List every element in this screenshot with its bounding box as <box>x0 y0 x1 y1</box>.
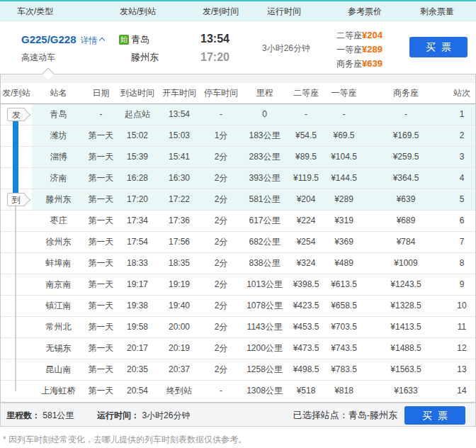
head-seat1: 一等座 <box>324 83 363 103</box>
cell-distance: 1308公里 <box>242 381 288 402</box>
table-row[interactable]: 常州北第一天19:5820:002分1143公里¥453.5¥703.5¥141… <box>1 317 475 338</box>
cell-seat1: ¥489 <box>324 253 363 274</box>
table-row[interactable]: 上海虹桥第一天20:54终到站-1308公里¥518¥818¥163314 <box>1 381 475 402</box>
table-row[interactable]: 镇江南第一天19:3819:402分1078公里¥423.5¥658.5¥132… <box>1 296 475 317</box>
cell-distance: 0 <box>242 104 288 125</box>
panel-top-strip <box>1 74 475 83</box>
table-row[interactable]: 枣庄第一天17:3417:362分617公里¥224¥319¥6896 <box>1 211 475 232</box>
cell-arrive: 15:02 <box>117 125 158 146</box>
cell-station: 无锡东 <box>32 338 85 359</box>
train-type: 高速动车 <box>21 50 104 66</box>
table-row[interactable]: 淄博第一天15:3915:412分283公里¥89.5¥104.5¥259.53 <box>1 147 475 168</box>
cell-station: 徐州东 <box>32 232 85 252</box>
head-dep-arr: 发/到站 <box>1 83 32 103</box>
cell-business: ¥1633 <box>363 381 448 402</box>
cell-seq: 8 <box>448 253 475 274</box>
detail-toggle-link[interactable]: 详情 <box>81 35 104 45</box>
cell-arrive: 20:17 <box>117 338 158 359</box>
cell-arrive: 19:38 <box>117 296 158 316</box>
buy-ticket-button-bottom[interactable]: 买票 <box>404 406 465 425</box>
table-row[interactable]: 滕州东第一天17:2017:222分581公里¥204¥289¥6395 <box>1 189 475 211</box>
cell-arrive: 17:54 <box>117 232 158 252</box>
rail-cell <box>1 253 32 274</box>
disclaimer-note: * 因列车时刻经常变化，去哪儿提供的列车时刻表数据仅供参考。 <box>3 434 246 446</box>
cell-station: 潍坊 <box>32 125 85 146</box>
cell-station: 镇江南 <box>32 296 85 316</box>
cell-date: 第一天 <box>85 359 117 380</box>
cell-depart: 20:00 <box>158 317 200 337</box>
cell-depart: 19:40 <box>158 296 200 316</box>
cell-distance: 1200公里 <box>242 338 288 359</box>
cell-seat2: ¥423.5 <box>288 296 324 316</box>
table-row[interactable]: 南京南第一天19:1719:192分1013公里¥398.5¥613.5¥124… <box>1 274 475 296</box>
mileage-label: 里程数： <box>6 410 40 420</box>
cell-business: ¥1563.5 <box>363 359 448 380</box>
cell-depart: 17:56 <box>158 232 200 252</box>
cell-seat2: ¥254 <box>288 232 324 252</box>
from-station: 青岛 <box>131 34 149 45</box>
table-row[interactable]: 昆山南第一天20:3520:372分1258公里¥498.5¥783.5¥156… <box>1 359 475 381</box>
table-row[interactable]: 无锡东第一天20:1720:192分1200公里¥473.5¥743.5¥148… <box>1 338 475 359</box>
cell-seq: 10 <box>448 296 475 316</box>
cell-seat2: ¥453.5 <box>288 317 324 337</box>
table-row[interactable]: 潍坊第一天15:0215:031分183公里¥54.5¥69.5¥169.52 <box>1 125 475 147</box>
cell-seat2: ¥473.5 <box>288 338 324 359</box>
cell-seat1: ¥144.5 <box>324 168 363 189</box>
selected-label: 已选择站点： <box>293 410 348 420</box>
cell-business: ¥1328.5 <box>363 296 448 316</box>
cell-seat1: ¥613.5 <box>324 274 363 295</box>
timetable-body: 发 到 青岛-起点站13:54-0---1潍坊第一天15:0215:031分18… <box>1 104 475 402</box>
buy-ticket-button-top[interactable]: 买票 <box>409 37 468 57</box>
head-date: 日期 <box>85 83 117 103</box>
run-duration: 3小时26分钟 <box>262 43 310 55</box>
table-row[interactable]: 济南第一天16:2816:302分393公里¥119.5¥144.5¥364.5… <box>1 168 475 189</box>
cell-seat1: - <box>324 104 363 125</box>
cell-business: - <box>363 104 448 125</box>
rail-cell <box>1 211 32 231</box>
cell-stop: 2分 <box>200 211 242 231</box>
table-row[interactable]: 蚌埠南第一天18:3318:352分838公里¥324¥489¥10098 <box>1 253 475 274</box>
list-header: 车次/类型 发站/到站 发/到时间 运行时间 参考票价 剩余票量 <box>0 0 476 21</box>
cell-distance: 393公里 <box>242 168 288 189</box>
cell-arrive: 起点站 <box>117 104 158 125</box>
cell-seat2: ¥89.5 <box>288 147 324 167</box>
origin-badge-icon: 始 <box>119 35 129 45</box>
cell-depart: 16:30 <box>158 168 200 189</box>
cell-seat1: ¥69.5 <box>324 125 363 146</box>
mileage-value: 581公里 <box>42 410 74 420</box>
rail-cell <box>1 359 32 380</box>
cell-business: ¥1243.5 <box>363 274 448 295</box>
cell-station: 滕州东 <box>32 189 85 210</box>
cell-distance: 838公里 <box>242 253 288 274</box>
cell-seat2: ¥398.5 <box>288 274 324 295</box>
table-row[interactable]: 徐州东第一天17:5417:562分682公里¥254¥369¥7847 <box>1 232 475 253</box>
cell-seat2: ¥204 <box>288 189 324 210</box>
depart-time: 13:54 <box>200 30 230 48</box>
cell-station: 济南 <box>32 168 85 189</box>
head-depart: 开车时间 <box>158 83 200 103</box>
table-row[interactable]: 青岛-起点站13:54-0---1 <box>1 104 475 125</box>
col-stations: 发站/到站 <box>120 6 156 18</box>
train-times-block: 13:54 17:20 <box>200 30 230 67</box>
cell-distance: 1143公里 <box>242 317 288 337</box>
price-second-class: 二等座¥204 <box>336 28 382 43</box>
price-list: 二等座¥204 一等座¥289 商务座¥639 <box>336 28 382 71</box>
cell-business: ¥1009 <box>363 253 448 274</box>
cell-stop: 2分 <box>200 338 242 359</box>
head-distance: 里程 <box>242 83 288 103</box>
cell-seq: 12 <box>448 338 475 359</box>
cell-depart: 15:03 <box>158 125 200 146</box>
cell-seat2: ¥498.5 <box>288 359 324 380</box>
cell-seq: 4 <box>448 168 475 189</box>
cell-business: ¥639 <box>363 189 448 210</box>
cell-depart: 20:37 <box>158 359 200 380</box>
rail-cell <box>1 296 32 316</box>
rail-cell <box>1 338 32 359</box>
cell-seat2: ¥518 <box>288 381 324 402</box>
cell-date: - <box>85 104 117 125</box>
rail-cell <box>1 381 32 402</box>
cell-distance: 617公里 <box>242 211 288 231</box>
cell-distance: 1078公里 <box>242 296 288 316</box>
cell-station: 蚌埠南 <box>32 253 85 274</box>
cell-seat1: ¥658.5 <box>324 296 363 316</box>
